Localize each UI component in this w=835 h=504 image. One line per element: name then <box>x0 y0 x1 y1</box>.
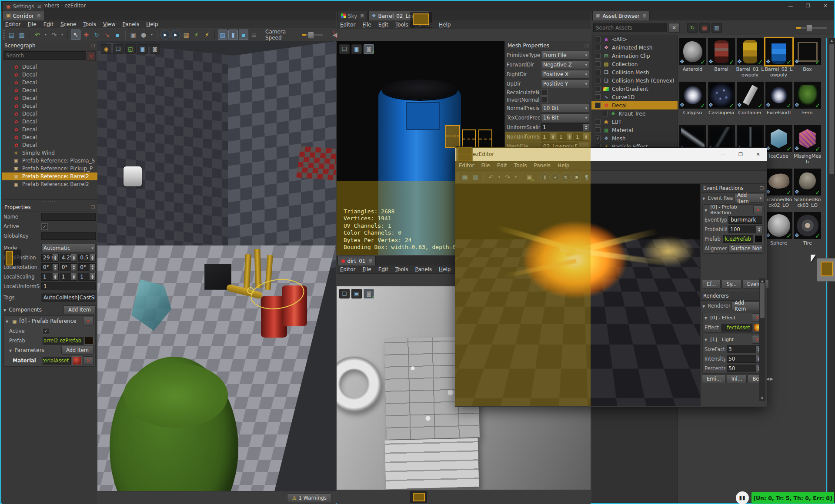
menu-item[interactable]: File <box>478 162 494 169</box>
grid-toggle-icon[interactable]: ▨ <box>218 30 227 40</box>
probability-stepper[interactable]: 100 <box>728 225 762 233</box>
event-type-field[interactable]: burnmark <box>728 216 762 224</box>
asset-tile[interactable]: ScannedRock03_LQ <box>793 169 822 212</box>
filter-checkbox[interactable] <box>595 70 601 75</box>
simulate-icon[interactable]: ⚡ <box>192 30 201 40</box>
prefab-asset-field[interactable]: cts/Barrel2.ezPrefab <box>43 337 84 345</box>
screenshot-icon[interactable]: ▣↗ <box>351 289 362 298</box>
name-field[interactable] <box>41 213 96 221</box>
components-collapse-icon[interactable] <box>3 307 7 313</box>
active-checkbox[interactable] <box>41 223 48 230</box>
layers-icon[interactable]: ❏ <box>339 289 350 298</box>
asset-tile[interactable]: Tire <box>793 212 822 255</box>
close-button[interactable]: ✕ <box>749 150 767 159</box>
menu-item[interactable]: Edit <box>494 162 511 169</box>
scenegraph-search-input[interactable] <box>3 51 86 60</box>
scenegraph-item[interactable]: ▣Prefab Reference: Plasma_S <box>2 157 97 165</box>
snap-settings-icon[interactable]: ▪ <box>113 30 122 40</box>
asset-type-row[interactable]: ◉ LUT <box>591 118 678 126</box>
copy-path-icon[interactable]: ▥ <box>711 23 722 33</box>
asset-tile[interactable]: IceCube <box>765 125 793 168</box>
redo-icon[interactable]: ↷ <box>503 172 512 182</box>
material-asset-field[interactable]: ezMaterialAsset <box>43 357 71 365</box>
menu-item[interactable]: File <box>359 266 375 273</box>
menu-item[interactable]: Tools <box>80 21 100 28</box>
uniform-scaling-field[interactable]: 1 <box>41 282 96 290</box>
mode-dropdown[interactable]: Automatic <box>41 244 96 252</box>
nonuniform-y-stepper[interactable]: 1 <box>558 133 573 141</box>
menu-item[interactable]: View <box>100 21 119 28</box>
texcoord-precision-dropdown[interactable]: 16 Bit <box>541 113 589 122</box>
menu-item[interactable]: Panels <box>119 21 143 28</box>
save-all-icon[interactable]: ▥ <box>17 30 27 40</box>
menu-item[interactable]: Help <box>435 21 454 28</box>
menu-item[interactable]: Edit <box>375 266 392 273</box>
layers-icon[interactable]: ❏ <box>113 44 124 54</box>
transform-assets-icon[interactable]: ▤ <box>699 23 710 33</box>
scenegraph-item[interactable]: ▣Prefab Reference: Pickup_P <box>2 165 97 172</box>
document-tab[interactable]: ▣Corridor <box>3 11 44 20</box>
select-tool-icon[interactable]: ↖ <box>71 30 80 40</box>
play-icon[interactable]: ▶ <box>160 30 170 40</box>
panel-splitter[interactable] <box>701 288 766 292</box>
recalculate-normals-checkbox[interactable] <box>541 89 548 96</box>
rotation-y-stepper[interactable]: 0° <box>60 263 77 271</box>
screenshot-icon[interactable]: ▣↗ <box>351 44 362 54</box>
intensity-stepper[interactable]: 50 <box>727 355 762 363</box>
filter-checkbox[interactable] <box>595 94 601 100</box>
undo-icon[interactable]: ↶ <box>33 30 42 40</box>
export-icon[interactable]: ▣↗ <box>524 172 534 182</box>
asset-tile[interactable]: Calypso <box>678 82 707 125</box>
up-dir-dropdown[interactable]: Positive Y <box>541 80 589 88</box>
menu-item[interactable]: Editor <box>337 21 359 28</box>
filter-checkbox[interactable] <box>595 61 601 67</box>
redo-dropdown-icon[interactable]: ▾ <box>60 30 65 40</box>
scenegraph-item[interactable]: ✿Decal <box>2 133 97 141</box>
thumbnail-size-slider[interactable] <box>796 27 827 29</box>
render-box-icon[interactable]: ▣ <box>128 30 138 40</box>
alignment-dropdown[interactable]: Surface Nor <box>728 244 762 253</box>
visualizers-toggle-icon[interactable]: ▮ <box>228 30 238 40</box>
camera-icon[interactable]: ◙ <box>150 44 160 54</box>
play-from-here-icon[interactable]: ▶ <box>171 30 180 40</box>
primitive-type-dropdown[interactable]: From File <box>541 51 589 60</box>
panel-splitter[interactable] <box>2 200 97 203</box>
add-parameter-button[interactable]: Add Item <box>61 346 94 355</box>
remove-component-button[interactable] <box>83 317 94 325</box>
asset-type-row[interactable]: ▬ ColorGradient <box>591 85 678 93</box>
position-z-stepper[interactable]: 0.5 <box>78 254 96 262</box>
asset-tile[interactable]: Cassiopeia <box>707 82 735 125</box>
filter-checkbox[interactable] <box>595 78 601 83</box>
filter-checkbox[interactable] <box>595 127 601 133</box>
maximize-viewport-icon[interactable]: ◱ <box>125 44 136 54</box>
undo-dropdown-icon[interactable]: ▾ <box>497 172 502 182</box>
float-panel-icon[interactable] <box>760 186 764 191</box>
close-button[interactable]: ✕ <box>817 1 834 10</box>
filter-checkbox[interactable] <box>595 103 601 108</box>
asset-browser-tab[interactable]: ▣ Asset Browser <box>592 11 650 20</box>
menu-item[interactable]: Tools <box>392 21 412 28</box>
minimize-button[interactable]: — <box>715 150 732 159</box>
undo-icon[interactable]: ↶ <box>486 172 496 182</box>
filter-checkbox[interactable] <box>595 45 601 50</box>
comp-active-checkbox[interactable] <box>43 328 49 335</box>
asset-type-row[interactable]: ✿ Decal <box>591 101 678 109</box>
clear-search-icon[interactable]: ✕ <box>87 51 96 61</box>
right-dir-dropdown[interactable]: Positive X <box>541 70 589 79</box>
warnings-button[interactable]: ⚠1 Warnings <box>287 494 331 502</box>
undo-dropdown-icon[interactable]: ▾ <box>43 30 48 40</box>
panel-tab[interactable]: Emi... <box>702 375 726 383</box>
asset-type-row[interactable]: ❏ Collision Mesh (Convex) <box>591 76 678 85</box>
panel-tab[interactable]: Ini... <box>727 375 747 383</box>
save-all-icon[interactable]: ▥ <box>471 172 480 182</box>
camera-speed-slider[interactable] <box>302 34 323 36</box>
restart-icon[interactable]: « <box>551 172 560 182</box>
scenegraph-item[interactable]: ✿Decal <box>2 79 97 86</box>
menu-item[interactable]: File <box>359 21 375 28</box>
asset-tile[interactable]: MissingMesh <box>793 125 822 168</box>
particle-viewport[interactable] <box>455 184 700 406</box>
asset-search-input[interactable] <box>593 23 667 32</box>
document-tab-sky[interactable]: Sky <box>337 11 367 20</box>
filter-checkbox[interactable] <box>595 36 601 42</box>
asset-tile[interactable]: Asteroid <box>678 38 707 81</box>
